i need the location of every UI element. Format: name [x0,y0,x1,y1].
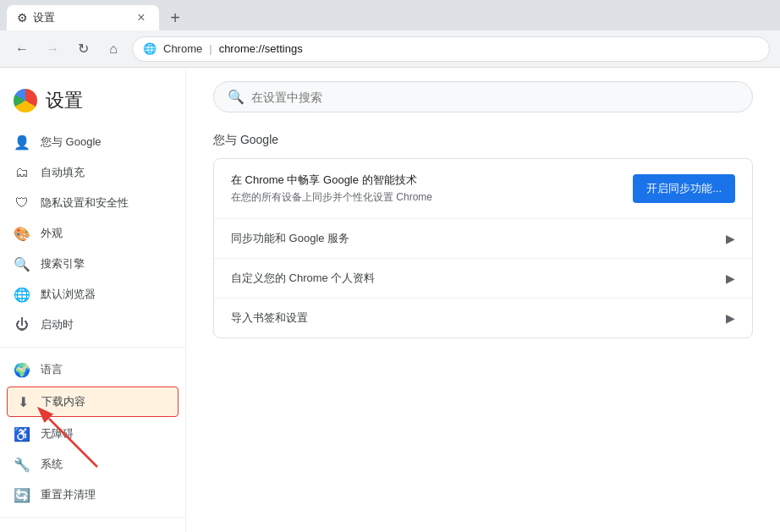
page-title-area: 设置 [0,81,185,127]
sidebar-item-privacy[interactable]: 🛡 隐私设置和安全性 [0,188,185,218]
sidebar-label-downloads: 下载内容 [41,394,85,409]
menu-item-profile[interactable]: 自定义您的 Chrome 个人资料 ▶ [214,258,752,298]
address-separator: | [209,42,211,55]
sidebar-label-system: 系统 [41,457,63,472]
nav-bar: ← → ↻ ⌂ 🌐 Chrome | chrome://settings [0,30,780,68]
sync-card-title: 在 Chrome 中畅享 Google 的智能技术 [231,173,633,188]
menu-label-import: 导入书签和设置 [231,310,308,326]
chevron-right-icon: ▶ [726,232,735,245]
menu-label-profile: 自定义您的 Chrome 个人资料 [231,271,375,286]
sidebar-label-appearance: 外观 [41,226,63,241]
page-title-text: 设置 [46,88,83,113]
sidebar-label-browser: 默认浏览器 [41,287,96,302]
sidebar-label-language: 语言 [41,362,63,377]
sync-card-subtitle: 在您的所有设备上同步并个性化设置 Chrome [231,190,633,205]
address-bar[interactable]: 🌐 Chrome | chrome://settings [132,36,770,62]
chevron-right-icon-3: ▶ [726,311,735,325]
browser-window: ⚙ 设置 × + ← → ↻ ⌂ 🌐 Chrome | chrome://set… [0,0,780,532]
content-area: 设置 👤 您与 Google 🗂 自动填充 🛡 隐私设置和安全性 🎨 外观 🔍 … [0,68,780,532]
download-icon: ⬇ [14,394,31,410]
refresh-button[interactable]: ↻ [71,37,95,61]
sidebar-label-startup: 启动时 [41,317,74,332]
back-button[interactable]: ← [10,37,34,61]
sidebar-item-accessibility[interactable]: ♿ 无障碍 [0,419,185,449]
startup-icon: ⏻ [14,317,30,332]
search-input[interactable] [251,90,739,104]
accessibility-icon: ♿ [14,426,30,442]
sidebar-label-privacy: 隐私设置和安全性 [41,195,129,211]
search-bar[interactable]: 🔍 [213,81,753,112]
address-icon: 🌐 [143,42,157,55]
shield-icon: 🛡 [14,195,30,211]
address-site: Chrome [163,42,202,55]
sidebar-label-reset: 重置并清理 [41,487,96,502]
sidebar-label-autofill: 自动填充 [41,165,85,180]
sidebar-item-reset[interactable]: 🔄 重置并清理 [0,480,185,510]
sidebar-divider [0,347,185,348]
appearance-icon: 🎨 [14,226,30,242]
sidebar-item-appearance[interactable]: 🎨 外观 [0,218,185,249]
menu-label-sync: 同步功能和 Google 服务 [231,231,349,246]
reset-icon: 🔄 [14,487,30,503]
tab-close-button[interactable]: × [134,10,149,25]
sync-card: 在 Chrome 中畅享 Google 的智能技术 在您的所有设备上同步并个性化… [213,158,753,338]
section-title: 您与 Google [213,133,753,148]
sidebar-item-google[interactable]: 👤 您与 Google [0,127,185,157]
browser-icon: 🌐 [14,287,30,303]
home-button[interactable]: ⌂ [102,37,125,61]
new-tab-button[interactable]: + [162,5,188,30]
sidebar-label-search: 搜索引擎 [41,256,85,271]
tab-bar: ⚙ 设置 × + [0,0,780,30]
language-icon: 🌍 [14,362,30,378]
sidebar-divider-2 [0,517,185,518]
forward-button[interactable]: → [41,37,64,61]
chevron-right-icon-2: ▶ [726,271,735,285]
sidebar-item-extensions[interactable]: 🧩 扩展程序 ↗ [0,524,185,532]
tab-icon: ⚙ [17,11,28,25]
sidebar-item-browser[interactable]: 🌐 默认浏览器 [0,279,185,310]
sidebar-item-language[interactable]: 🌍 语言 [0,354,185,385]
system-icon: 🔧 [14,457,30,473]
sidebar-item-startup[interactable]: ⏻ 启动时 [0,310,185,340]
main-panel: 🔍 您与 Google 在 Chrome 中畅享 Google 的智能技术 在您… [186,68,780,532]
sidebar-label-accessibility: 无障碍 [41,426,74,442]
person-icon: 👤 [14,134,30,151]
search-icon: 🔍 [228,89,244,105]
sync-button[interactable]: 开启同步功能... [633,174,735,203]
search-nav-icon: 🔍 [14,256,30,272]
menu-item-import[interactable]: 导入书签和设置 ▶ [214,298,752,337]
chrome-logo-icon [14,89,37,112]
sidebar-item-autofill[interactable]: 🗂 自动填充 [0,157,185,188]
address-url: chrome://settings [219,42,303,55]
autofill-icon: 🗂 [14,165,30,180]
sidebar-item-search[interactable]: 🔍 搜索引擎 [0,249,185,279]
sidebar-label-google: 您与 Google [41,134,102,150]
sync-card-header[interactable]: 在 Chrome 中畅享 Google 的智能技术 在您的所有设备上同步并个性化… [214,159,752,218]
sync-card-content: 在 Chrome 中畅享 Google 的智能技术 在您的所有设备上同步并个性化… [231,173,633,205]
tab-label: 设置 [33,10,55,25]
sidebar-item-downloads[interactable]: ⬇ 下载内容 [7,387,179,417]
sidebar: 设置 👤 您与 Google 🗂 自动填充 🛡 隐私设置和安全性 🎨 外观 🔍 … [0,68,186,532]
sidebar-item-system[interactable]: 🔧 系统 [0,449,185,480]
menu-item-sync-services[interactable]: 同步功能和 Google 服务 ▶ [214,218,752,258]
settings-tab[interactable]: ⚙ 设置 × [7,5,159,30]
